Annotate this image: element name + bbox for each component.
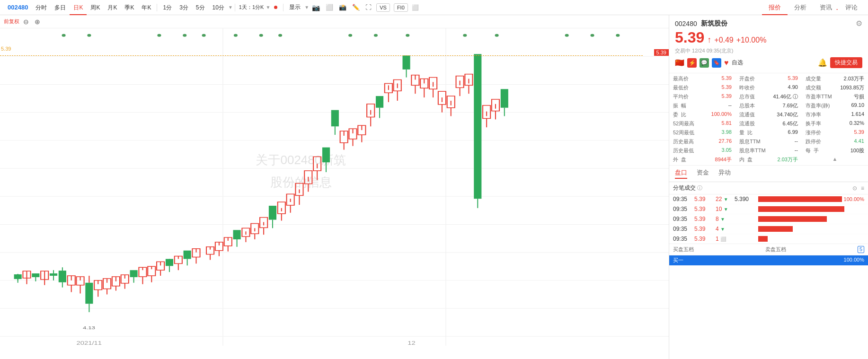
svg-rect-65 [50,273,57,276]
nav-display-btn[interactable]: 显示 [285,3,304,11]
stat-label-shijinglv: 市净率 [806,111,821,118]
stat-value-pellttm: 亏损 [854,93,864,100]
stat-value-zhangtingjia: 5.39 [854,129,864,136]
ctrl-plus-icon[interactable]: ⊕ [33,18,42,26]
gear-icon[interactable]: ⚙ [856,19,862,28]
price-change-abs: +0.49 [714,36,733,44]
flash-icon[interactable]: ⚡ [687,58,697,68]
nav-screenshot-icon[interactable]: 📸 [336,4,349,11]
nav-tab-yuek[interactable]: 月K [104,0,121,15]
svg-point-21 [348,34,352,37]
nav-crop-icon[interactable]: ⬜ [323,4,336,11]
info-circle-icon[interactable]: ⓘ [697,184,702,192]
nav-dropdown-icon[interactable]: ▼ [228,5,233,10]
tab-yidong[interactable]: 异动 [718,168,731,179]
stat-label-pingjun: 平均价 [673,93,689,100]
svg-rect-77 [85,283,93,304]
nav-tab-1fen[interactable]: 1分 [159,0,176,15]
nav-compare-icon[interactable]: ⬜ [410,4,421,11]
right-nav-baojia[interactable]: 报价 [762,0,788,15]
ctrl-minus-icon[interactable]: ⊖ [21,18,31,26]
stat-label-52gao: 52周最高 [673,120,694,127]
svg-point-13 [62,34,66,37]
stat-value-meishou: 100股 [850,147,864,154]
svg-point-20 [278,34,282,37]
trade-bar-2 [758,206,844,212]
stat-value-pelljing: 69.10 [851,102,864,109]
price-left-label: 5.39 [1,46,11,52]
nav-fullscreen-icon[interactable]: ⛶ [363,4,374,11]
candlestick-svg: 5.44 5.39 5.33 5.24 5.16 5.07 4.99 4.90 … [0,28,669,346]
nav-camera-icon[interactable]: 📷 [309,4,323,11]
trade-more-icon[interactable]: ⊙ [852,185,857,192]
nav-tab-rik[interactable]: 日K [70,0,87,15]
stat-label-zhenfu: 振 幅 [673,102,686,109]
right-panel: 002480 新筑股份 ⚙ 5.39 ↑ +0.49 +10.00% 交易中 1… [669,15,868,359]
nav-display-dropdown[interactable]: ▼ [304,5,309,10]
svg-point-25 [495,34,499,37]
nav-tab-jik[interactable]: 季K [121,0,138,15]
trade-price-5: 5.39 [694,236,716,242]
stat-value-neipan: 2.03万手 [778,156,798,163]
nav-stock-code[interactable]: 002480 [4,4,32,11]
svg-rect-141 [278,202,285,214]
bookmark-icon[interactable]: 🔖 [712,58,721,68]
stock-code-display: 002480 [675,20,697,27]
right-nav-zixun[interactable]: 资讯• [813,0,839,15]
kuaijie-button[interactable]: 快捷交易 [830,57,862,68]
main-container: 前复权 ⊖ ⊕ 关于002480新筑 股份的信息 5.39 5.39 [0,15,868,359]
svg-rect-159 [331,110,339,127]
nav-tab-5fen[interactable]: 5分 [192,0,209,15]
nav-tab-zhouk[interactable]: 周K [87,0,104,15]
nav-vs-btn[interactable]: VS [376,3,390,12]
stock-header: 002480 新筑股份 ⚙ 5.39 ↑ +0.49 +10.00% 交易中 1… [669,15,868,73]
nav-divider-1 [157,4,157,11]
nav-fi0-btn[interactable]: FI0 [394,3,408,12]
nav-tab-niank[interactable]: 年K [138,0,155,15]
zixuan-label[interactable]: 自选 [732,59,743,67]
trade-vol-3: 8 ▼ [716,216,735,222]
stat-label-zongshizhi: 总市值 [739,93,755,100]
trade-time-5: 09:35 [673,236,694,242]
stat-value-guxittm: -- [795,138,798,145]
svg-point-17 [202,34,206,37]
stat-value-lishigao: 27.76 [718,138,732,145]
tab-zijin[interactable]: 资金 [697,168,709,179]
stat-label-kaipan: 开盘价 [739,75,755,82]
right-nav-fenxi[interactable]: 分析 [788,0,813,15]
fuquan-label[interactable]: 前复权 [4,18,19,25]
trade-expand-icon[interactable]: ≡ [861,185,864,192]
trade-price-4: 5.39 [694,226,716,232]
bell-icon[interactable]: 🔔 [818,58,827,67]
stat-label-zuidi: 最低价 [673,84,689,91]
expand-arrow-icon[interactable]: ▲ [833,156,838,163]
orderbook-num-icon[interactable]: 5 [858,246,864,253]
heart-icon[interactable]: ♥ [724,59,729,67]
nav-tab-10fen[interactable]: 10分 [209,0,228,15]
svg-point-14 [87,34,91,37]
stock-price: 5.39 [675,29,704,46]
svg-rect-216 [501,89,508,107]
chat-icon[interactable]: 💬 [700,58,709,68]
stat-label-pelljing: 市盈率(静) [806,102,830,109]
right-nav-pinglun[interactable]: 评论 [839,0,864,15]
stat-value-liutonggu: 6.45亿 [783,120,798,127]
nav-tab-duori[interactable]: 多日 [51,0,70,15]
trade-row: 09:35 5.39 22 ▼ 5.390 100.00% [669,194,868,204]
stat-label-weibi: 委 比 [673,111,686,118]
nav-tab-3fen[interactable]: 3分 [176,0,192,15]
trade-bar-5 [758,236,768,242]
stat-value-guxilvttm: -- [795,147,798,154]
nav-edit-icon[interactable]: ✏️ [349,4,363,11]
stat-label-pellttm: 市盈率TTM [806,93,832,100]
stat-label-chengjiaoe: 成交额 [806,84,821,91]
stat-label-zhangtingjia: 涨停价 [806,129,821,136]
trade-vol-2: 10 ▼ [716,206,735,212]
tab-pankou[interactable]: 盘口 [675,168,687,179]
nav-tab-fenshí[interactable]: 分时 [32,0,51,15]
svg-point-24 [463,34,467,37]
stat-value-dietingjia: 4.41 [854,138,864,145]
stat-value-liutongzhi: 34.740亿 [777,111,798,118]
stat-value-zuidi: 5.39 [722,84,732,91]
nav-time-dropdown[interactable]: ▼ [266,5,270,10]
